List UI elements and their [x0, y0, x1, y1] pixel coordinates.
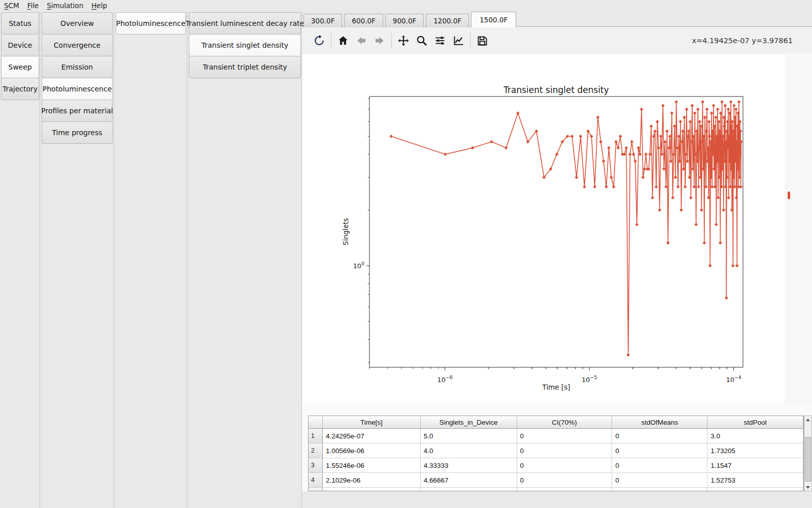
home-button[interactable]: [335, 32, 351, 49]
column-header-singlets-in-device[interactable]: Singlets_in_Device: [421, 416, 517, 428]
tab-1500.0f[interactable]: 1500.0F: [471, 12, 516, 27]
menu-help[interactable]: Help: [91, 2, 107, 10]
save-icon: [477, 35, 488, 46]
table-header-row: Time[s]Singlets_in_DeviceCI(70%)stdOfMea…: [309, 416, 803, 429]
zoom-button[interactable]: [414, 32, 429, 49]
pan-icon: [398, 35, 409, 46]
menu-simulation[interactable]: Simulation: [47, 2, 83, 10]
tab-600.0f[interactable]: 600.0F: [344, 14, 383, 27]
table-cell[interactable]: 4.33333: [421, 488, 517, 491]
table-cell[interactable]: 0: [612, 488, 707, 491]
sidebar-item-transient-triplet-density[interactable]: Transient triplet density: [189, 56, 301, 78]
row-number[interactable]: 4: [309, 473, 323, 488]
table-cell[interactable]: 4.33333: [421, 458, 517, 473]
cursor-readout: x=4.19425e-07 y=3.97861: [692, 27, 793, 54]
divider: [114, 11, 114, 508]
row-number[interactable]: 3: [309, 458, 323, 473]
table-cell[interactable]: 1.52753: [707, 473, 803, 488]
menu-file[interactable]: File: [27, 2, 39, 10]
forward-button[interactable]: [372, 32, 387, 49]
svg-text:Time [s]: Time [s]: [542, 383, 570, 391]
table-cell[interactable]: 0: [517, 429, 613, 443]
toolbar-separator: [391, 33, 392, 48]
sidebar-item-photoluminescence[interactable]: Photoluminescence: [116, 12, 186, 35]
table-cell[interactable]: 0: [517, 473, 613, 488]
row-number[interactable]: 1: [309, 429, 323, 443]
table-cell[interactable]: 4.24295e-07: [323, 429, 421, 443]
sidebar-item-photoluminescence[interactable]: Photoluminescence: [42, 78, 113, 100]
scrollbar-thumb[interactable]: [805, 437, 811, 482]
table-cell[interactable]: 4.66667: [421, 473, 517, 488]
sidebar-item-trajectory[interactable]: Trajectory: [1, 78, 39, 100]
table-cell[interactable]: 4.0: [421, 443, 517, 458]
table-cell[interactable]: 3.0: [707, 429, 803, 443]
table-cell[interactable]: 0: [517, 443, 613, 458]
table-cell[interactable]: 2.1029e-06: [323, 473, 421, 488]
toolbar-separator: [470, 33, 470, 48]
save-button[interactable]: [475, 32, 490, 49]
column-header-stdpool[interactable]: stdPool: [707, 416, 803, 428]
plot-options-button[interactable]: [451, 32, 466, 49]
table-cell[interactable]: 2.49114e-06: [323, 488, 421, 491]
data-table: Time[s]Singlets_in_DeviceCI(70%)stdOfMea…: [308, 416, 804, 491]
table-cell[interactable]: 1.1547: [707, 458, 803, 473]
table-body: 14.24295e-075.0003.021.00569e-064.0001.7…: [309, 429, 803, 491]
transient-singlet-density-plot[interactable]: Transient singlet densityTime [s]Singlet…: [303, 55, 785, 404]
table-cell[interactable]: 1.00569e-06: [323, 443, 421, 458]
bottom-filler: [302, 491, 812, 508]
table-cell[interactable]: 0: [612, 458, 707, 473]
pan-button[interactable]: [396, 32, 411, 49]
toolbar-separator: [331, 33, 331, 48]
table-row: 42.1029e-064.66667001.52753: [309, 473, 803, 488]
svg-text:Transient singlet density: Transient singlet density: [503, 85, 609, 95]
table-cell[interactable]: 1.73205: [707, 443, 803, 458]
up-arrow-icon: [806, 419, 810, 421]
table-cell[interactable]: 5.0: [421, 429, 517, 443]
divider: [187, 11, 187, 508]
sliders-button[interactable]: [432, 32, 448, 49]
sidebar-item-time-progress[interactable]: Time progress: [42, 121, 113, 144]
table-row: 21.00569e-064.0001.73205: [309, 443, 803, 458]
sidebar-item-overview[interactable]: Overview: [42, 12, 113, 35]
sidebar-item-emission[interactable]: Emission: [42, 56, 113, 78]
refresh-button[interactable]: [312, 32, 327, 49]
table-row: 52.49114e-064.33333001.29099: [309, 488, 803, 491]
scrollbar-down-button[interactable]: [804, 484, 811, 491]
table-cell[interactable]: 0: [517, 488, 613, 491]
sidebar-item-convergence[interactable]: Convergence: [42, 34, 113, 56]
refresh-icon: [314, 35, 325, 46]
table-cell[interactable]: 0: [612, 473, 707, 488]
tab-900.0f[interactable]: 900.0F: [385, 14, 424, 27]
back-button[interactable]: [354, 32, 369, 49]
row-number[interactable]: 2: [309, 443, 323, 458]
menu-scm[interactable]: SCM: [4, 2, 19, 10]
sidebar-item-profiles-per-material[interactable]: Profiles per material: [42, 100, 113, 122]
menu-bar: SCMFileSimulationHelp: [0, 0, 812, 11]
gutter-marker: [788, 192, 790, 199]
sidebar-item-sweep[interactable]: Sweep: [1, 56, 39, 78]
sidebar-item-status[interactable]: Status: [1, 12, 39, 35]
line-chart-icon: [453, 35, 464, 46]
divider: [40, 11, 40, 508]
row-number[interactable]: 5: [309, 488, 323, 491]
table-cell[interactable]: 0: [612, 429, 707, 443]
table-row: 31.55246e-064.33333001.1547: [309, 458, 803, 473]
table-corner-header: [309, 416, 323, 428]
column-header-ci-70-[interactable]: CI(70%): [517, 416, 613, 428]
tab-300.0f[interactable]: 300.0F: [303, 14, 342, 27]
table-row: 14.24295e-075.0003.0: [309, 429, 803, 443]
table-cell[interactable]: 0: [517, 458, 613, 473]
tab-1200.0f[interactable]: 1200.0F: [426, 14, 469, 27]
sliders-icon: [434, 35, 446, 46]
column-header-stdofmeans[interactable]: stdOfMeans: [612, 416, 707, 428]
column-header-time-s-[interactable]: Time[s]: [323, 416, 421, 428]
table-cell[interactable]: 1.55246e-06: [323, 458, 421, 473]
sidebar-item-transient-singlet-density[interactable]: Transient singlet density: [189, 34, 301, 56]
table-cell[interactable]: 1.29099: [707, 488, 803, 491]
scrollbar-up-button[interactable]: [804, 416, 811, 423]
table-cell[interactable]: 0: [612, 443, 707, 458]
forward-arrow-icon: [374, 35, 385, 46]
sidebar-item-device[interactable]: Device: [1, 34, 39, 56]
back-arrow-icon: [356, 35, 367, 46]
sidebar-item-transient-luminescent-decay-rate[interactable]: Transient luminescent decay rate: [189, 12, 301, 35]
